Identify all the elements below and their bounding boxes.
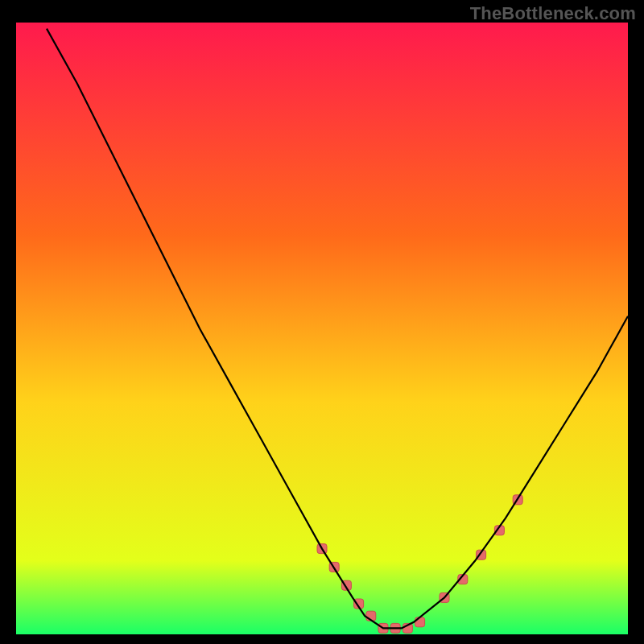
- chart-svg: [16, 23, 628, 634]
- gradient-background: [16, 23, 628, 634]
- plot-area: [16, 23, 628, 634]
- chart-frame: TheBottleneck.com: [0, 0, 644, 644]
- watermark-text: TheBottleneck.com: [470, 3, 636, 24]
- highlight-marker: [415, 617, 425, 627]
